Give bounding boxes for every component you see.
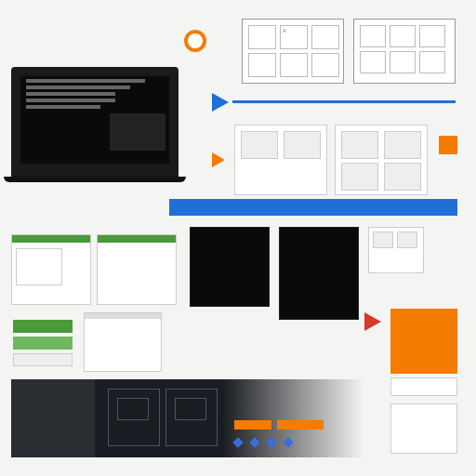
hud-tag-a bbox=[234, 420, 271, 430]
chip-green-2 bbox=[13, 337, 73, 350]
card-bottom-right bbox=[390, 403, 457, 454]
card-mid-a bbox=[234, 125, 327, 195]
tag-orange bbox=[439, 136, 457, 154]
console-right bbox=[279, 227, 359, 320]
chip-grey bbox=[13, 353, 73, 366]
laptop-mockup bbox=[11, 67, 178, 177]
wireframe-cell-label: A bbox=[281, 26, 307, 35]
hud-diamonds bbox=[234, 439, 346, 452]
hud-tag-b bbox=[277, 420, 324, 430]
window-browser bbox=[84, 312, 162, 372]
arrow-orange-icon bbox=[212, 152, 225, 167]
window-green-a bbox=[11, 234, 91, 305]
chip-green-1 bbox=[13, 320, 73, 333]
arrow-blue-icon bbox=[212, 93, 229, 112]
panel-orange-large bbox=[390, 309, 457, 374]
laptop-inset-image bbox=[110, 113, 165, 151]
arrow-red-icon bbox=[364, 312, 381, 331]
window-green-b bbox=[97, 234, 177, 305]
strip-blue bbox=[169, 199, 457, 216]
panel-under-orange bbox=[390, 377, 457, 396]
laptop-base bbox=[4, 177, 186, 182]
logo-circle-icon bbox=[184, 30, 206, 52]
hud-panel bbox=[11, 379, 364, 457]
card-right-small bbox=[368, 227, 424, 273]
wireframe-grid-b bbox=[353, 19, 456, 84]
hud-figure bbox=[11, 379, 95, 457]
console-center bbox=[190, 227, 270, 307]
divider-blue bbox=[232, 100, 456, 103]
wireframe-grid-a: A bbox=[242, 19, 344, 84]
hud-grid bbox=[104, 385, 225, 452]
card-mid-b bbox=[335, 125, 428, 195]
